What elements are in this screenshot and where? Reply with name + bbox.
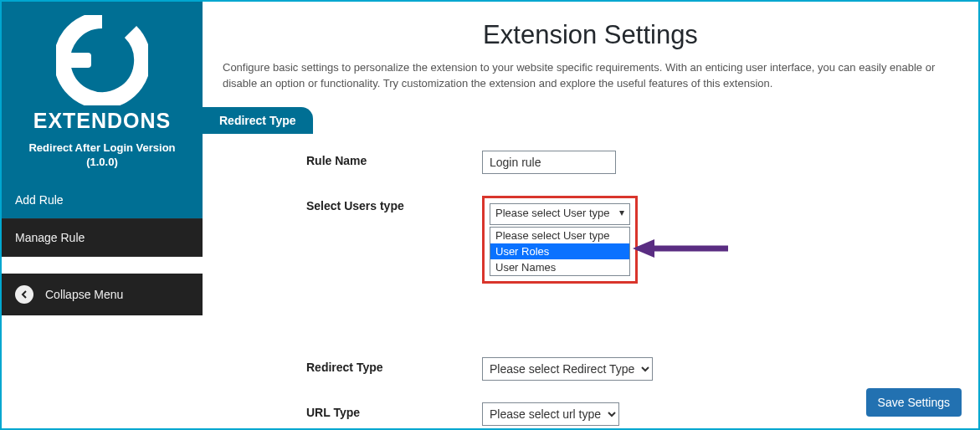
users-type-dropdown: Please select User type User Roles User …	[490, 227, 630, 276]
sidebar: EXTENDONS Redirect After Login Version (…	[2, 2, 203, 428]
label-rule-name: Rule Name	[306, 151, 482, 167]
row-rule-name: Rule Name	[306, 151, 958, 174]
label-redirect-type: Redirect Type	[306, 357, 482, 374]
annotation-arrow-icon	[629, 236, 730, 264]
users-type-option[interactable]: User Roles	[490, 243, 629, 259]
brand-logo	[10, 10, 194, 107]
users-type-select[interactable]: Please select User type	[490, 203, 630, 225]
users-type-highlight: Please select User type Please select Us…	[482, 196, 638, 284]
tab-bar: Redirect Type	[203, 107, 958, 134]
brand-block: EXTENDONS Redirect After Login Version (…	[2, 2, 203, 182]
tab-redirect-type[interactable]: Redirect Type	[203, 107, 313, 134]
brand-subtitle: Redirect After Login Version (1.0.0)	[10, 141, 194, 170]
page-description: Configure basic settings to personalize …	[223, 60, 958, 92]
row-redirect-type: Redirect Type Please select Redirect Typ…	[306, 357, 958, 381]
save-button[interactable]: Save Settings	[866, 388, 962, 417]
brand-name: EXTENDONS	[10, 109, 194, 133]
collapse-icon	[15, 285, 33, 304]
svg-marker-2	[633, 239, 654, 258]
sidebar-item-manage-rule[interactable]: Manage Rule	[2, 219, 203, 257]
row-url-type: URL Type Please select url type Select U…	[306, 402, 958, 430]
url-type-select[interactable]: Please select url type	[482, 402, 619, 426]
sidebar-menu: Add Rule Manage Rule	[2, 182, 203, 257]
sidebar-item-add-rule[interactable]: Add Rule	[2, 182, 203, 219]
collapse-label: Collapse Menu	[45, 288, 123, 301]
users-type-option[interactable]: User Names	[490, 259, 629, 275]
redirect-type-select[interactable]: Please select Redirect Type	[482, 357, 653, 381]
rule-name-input[interactable]	[482, 151, 616, 174]
svg-rect-0	[63, 53, 91, 68]
collapse-menu[interactable]: Collapse Menu	[2, 274, 203, 315]
label-url-type: URL Type	[306, 402, 482, 419]
settings-form: Rule Name Select Users type Please selec…	[223, 134, 958, 430]
page-title: Extension Settings	[223, 20, 958, 50]
users-type-option[interactable]: Please select User type	[490, 228, 629, 243]
main-content: Extension Settings Configure basic setti…	[203, 2, 978, 428]
label-users-type: Select Users type	[306, 196, 482, 212]
